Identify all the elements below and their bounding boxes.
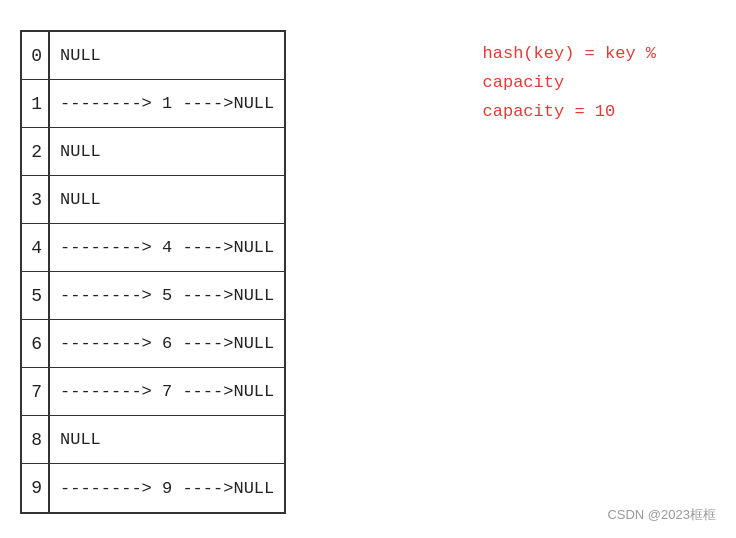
- watermark: CSDN @2023框框: [607, 506, 716, 524]
- formula-line3: capacity = 10: [483, 98, 656, 127]
- row-content: NULL: [50, 190, 111, 209]
- formula-line1: hash(key) = key %: [483, 40, 656, 69]
- row-content: --------> 9 ---->NULL: [50, 479, 284, 498]
- row-index: 9: [22, 464, 50, 512]
- row-index: 1: [22, 80, 50, 127]
- row-content: NULL: [50, 46, 111, 65]
- table-row: 1--------> 1 ---->NULL: [22, 80, 284, 128]
- row-index: 5: [22, 272, 50, 319]
- row-content: --------> 7 ---->NULL: [50, 382, 284, 401]
- row-index: 4: [22, 224, 50, 271]
- row-content: NULL: [50, 142, 111, 161]
- row-content: --------> 6 ---->NULL: [50, 334, 284, 353]
- row-content: --------> 4 ---->NULL: [50, 238, 284, 257]
- row-index: 7: [22, 368, 50, 415]
- table-row: 0NULL: [22, 32, 284, 80]
- row-content: NULL: [50, 430, 111, 449]
- table-row: 3NULL: [22, 176, 284, 224]
- table-row: 6--------> 6 ---->NULL: [22, 320, 284, 368]
- row-index: 8: [22, 416, 50, 463]
- row-content: --------> 1 ---->NULL: [50, 94, 284, 113]
- table-row: 7--------> 7 ---->NULL: [22, 368, 284, 416]
- table-row: 9--------> 9 ---->NULL: [22, 464, 284, 512]
- table-row: 4--------> 4 ---->NULL: [22, 224, 284, 272]
- row-content: --------> 5 ---->NULL: [50, 286, 284, 305]
- formula-line2: capacity: [483, 69, 656, 98]
- formula-box: hash(key) = key % capacity capacity = 10: [483, 40, 656, 127]
- row-index: 0: [22, 32, 50, 79]
- table-row: 5--------> 5 ---->NULL: [22, 272, 284, 320]
- row-index: 3: [22, 176, 50, 223]
- row-index: 6: [22, 320, 50, 367]
- table-row: 2NULL: [22, 128, 284, 176]
- row-index: 2: [22, 128, 50, 175]
- table-row: 8NULL: [22, 416, 284, 464]
- hash-table: 0NULL1--------> 1 ---->NULL2NULL3NULL4--…: [20, 30, 286, 514]
